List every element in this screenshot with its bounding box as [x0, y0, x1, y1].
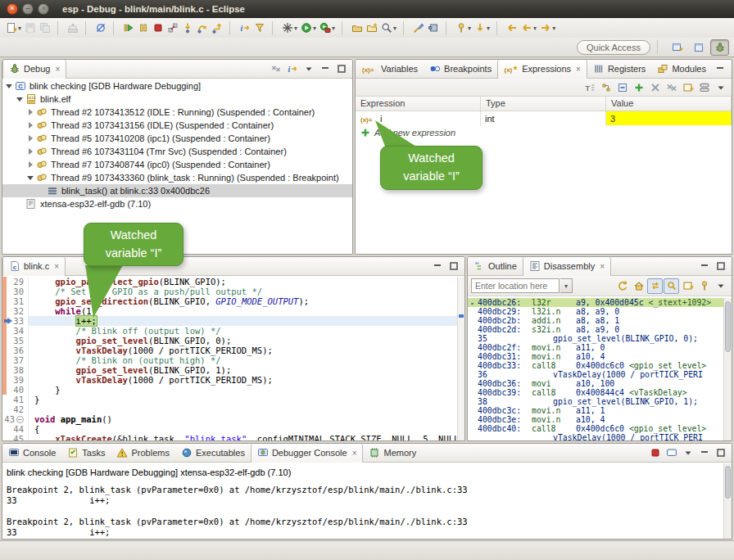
editor-line[interactable]: 35 gpio_set_level(BLINK_GPIO, 0);: [2, 336, 457, 345]
expander-open-icon[interactable]: [27, 174, 34, 182]
tab-console[interactable]: Console: [2, 444, 61, 463]
editor-line-number[interactable]: 41: [2, 395, 29, 404]
breakpoint-marker[interactable]: [459, 314, 464, 318]
code-text[interactable]: gpio_set_direction(BLINK_GPIO, GPIO_MODE…: [29, 296, 457, 306]
disassembly-source-line[interactable]: 38gpio_set_level(BLINK_GPIO, 1);: [468, 397, 723, 406]
expander-closed-icon[interactable]: [27, 148, 34, 156]
code-editor[interactable]: 29 gpio_pad_select_gpio(BLINK_GPIO);30 /…: [2, 277, 457, 440]
disassembly-instruction[interactable]: 400dbc36:movia10, 100: [468, 379, 723, 388]
debug-tree-item[interactable]: Thread #6 1073431104 (Tmr Svc) (Suspende…: [2, 145, 352, 158]
maximize-button[interactable]: [713, 259, 728, 274]
disconnect-button[interactable]: [165, 20, 180, 36]
home-button[interactable]: [631, 278, 646, 294]
location-input[interactable]: [471, 278, 560, 293]
disassembly-source-line[interactable]: vTaskDelay(1000 / portTICK_PERI: [468, 433, 723, 440]
open-element-button[interactable]: [350, 20, 365, 36]
expression-cell[interactable]: (x)=i: [356, 111, 481, 125]
close-tab-icon[interactable]: ×: [600, 262, 605, 271]
disassembly-instruction[interactable]: 400dbc33:call80x400dc6c0 <gpio_set_level…: [468, 361, 723, 370]
close-tab-icon[interactable]: ×: [576, 65, 581, 74]
dropdown-arrow-icon[interactable]: ▾: [313, 25, 316, 32]
expander-closed-icon[interactable]: [27, 109, 34, 116]
disassembly-instruction[interactable]: 400dbc40:call80x400dc6c0 <gpio_set_level…: [468, 424, 723, 433]
tab-problems[interactable]: Problems: [111, 444, 174, 463]
tab-expressions[interactable]: (x)Expressions×: [497, 60, 587, 79]
close-tab-icon[interactable]: ×: [54, 262, 59, 271]
instruction-stepping-button[interactable]: i: [284, 61, 300, 77]
maximize-button[interactable]: [333, 61, 349, 77]
editor-line-number[interactable]: 43−: [2, 414, 29, 424]
code-text[interactable]: gpio_set_level(BLINK_GPIO, 1);: [29, 365, 457, 375]
new-expression-view-button[interactable]: [680, 278, 695, 294]
save-all-button[interactable]: [38, 20, 52, 36]
minimize-button[interactable]: [696, 259, 712, 274]
mark-occurrences-button[interactable]: ▾: [454, 20, 473, 36]
console-output[interactable]: blink checking [GDB Hardware Debugging] …: [2, 463, 723, 539]
value-cell[interactable]: 3: [606, 111, 732, 125]
terminate-button[interactable]: [151, 20, 165, 36]
resume-button[interactable]: [121, 20, 136, 36]
search-button[interactable]: ▾: [379, 20, 398, 36]
terminate-console-button[interactable]: [647, 445, 663, 461]
refresh-button[interactable]: [614, 278, 630, 294]
back-history-button[interactable]: ▾: [519, 20, 538, 36]
pin-button[interactable]: [696, 278, 712, 294]
editor-line[interactable]: 40 }: [2, 385, 457, 395]
editor-line[interactable]: 43−void app_main(): [2, 414, 457, 424]
save-button[interactable]: [23, 20, 38, 36]
dropdown-arrow-icon[interactable]: ▾: [18, 25, 21, 32]
quick-access-button[interactable]: Quick Access: [577, 40, 650, 55]
expression-row[interactable]: (x)=iint3: [356, 111, 732, 125]
maximize-button[interactable]: [729, 61, 732, 77]
step-return-button[interactable]: [210, 20, 224, 36]
view-menu-button[interactable]: [680, 445, 695, 461]
console-scrollbar[interactable]: [723, 463, 732, 539]
code-text[interactable]: }: [29, 395, 457, 404]
code-text[interactable]: while(1): [29, 306, 457, 316]
window-minimize-button[interactable]: −: [22, 3, 34, 15]
java-perspective-button[interactable]: [689, 39, 708, 56]
editor-line[interactable]: 38 gpio_set_level(BLINK_GPIO, 1);: [2, 365, 457, 375]
tab-tasks[interactable]: Tasks: [61, 444, 111, 463]
dropdown-arrow-icon[interactable]: ▾: [468, 25, 471, 32]
code-text[interactable]: i++;: [29, 316, 457, 326]
open-perspective-button[interactable]: [668, 39, 686, 56]
disassembly-source-line[interactable]: 35gpio_set_level(BLINK_GPIO, 0);: [468, 334, 723, 343]
debug-button[interactable]: ▾: [280, 20, 299, 36]
overview-ruler[interactable]: [457, 277, 464, 440]
code-text[interactable]: [29, 404, 457, 414]
disassembly-listing[interactable]: ▸400dbc26:l32ra9, 0x400d045c <_stext+109…: [468, 298, 723, 440]
tab-executables[interactable]: Executables: [175, 444, 251, 463]
debug-tree-item[interactable]: 1010blink.elf: [2, 93, 352, 106]
dropdown-arrow-icon[interactable]: ▾: [487, 25, 490, 32]
debug-tree-item[interactable]: Thread #9 1073433360 (blink_task : Runni…: [2, 171, 352, 184]
show-logical-structure-button[interactable]: [598, 79, 614, 95]
editor-line[interactable]: 44{: [2, 424, 457, 434]
view-menu-button[interactable]: [713, 79, 728, 95]
format-button[interactable]: [411, 20, 426, 36]
disassembly-instruction[interactable]: 400dbc3e:movi.na10, 4: [468, 415, 723, 424]
close-tab-icon[interactable]: ×: [55, 65, 60, 74]
plugin-button[interactable]: [426, 20, 441, 36]
step-over-button[interactable]: [195, 20, 210, 36]
code-text[interactable]: /* Set the GPIO as a push/pull output */: [29, 287, 457, 296]
editor-line[interactable]: 39 vTaskDelay(1000 / portTICK_PERIOD_MS)…: [2, 375, 457, 385]
instruction-stepping-button[interactable]: i: [238, 20, 252, 36]
minimize-button[interactable]: [696, 445, 712, 461]
editor-line[interactable]: 30 /* Set the GPIO as a push/pull output…: [2, 287, 457, 296]
skip-all-breakpoints-button[interactable]: [93, 20, 108, 36]
scrollbar-thumb[interactable]: [725, 301, 731, 352]
editor-line[interactable]: 33 i++;: [2, 316, 457, 326]
disassembly-instruction[interactable]: ▸400dbc26:l32ra9, 0x400d045c <_stext+109…: [468, 298, 723, 307]
editor-line[interactable]: 36 vTaskDelay(1000 / portTICK_PERIOD_MS)…: [2, 345, 457, 355]
close-tab-icon[interactable]: ×: [352, 449, 357, 458]
sync-context-button[interactable]: [647, 278, 663, 294]
tab-variables[interactable]: (x)=Variables: [356, 60, 424, 79]
disassembly-instruction[interactable]: 400dbc2d:s32i.na8, a9, 0: [468, 325, 723, 334]
add-new-expression-row[interactable]: Add new expression: [356, 125, 732, 139]
debug-perspective-button[interactable]: [710, 39, 729, 56]
editor-line-number[interactable]: 44: [2, 424, 29, 434]
link-view-button[interactable]: [696, 79, 712, 95]
disassembly-instruction[interactable]: 400dbc29:l32i.na8, a9, 0: [468, 307, 723, 316]
expander-open-icon[interactable]: [6, 83, 13, 90]
